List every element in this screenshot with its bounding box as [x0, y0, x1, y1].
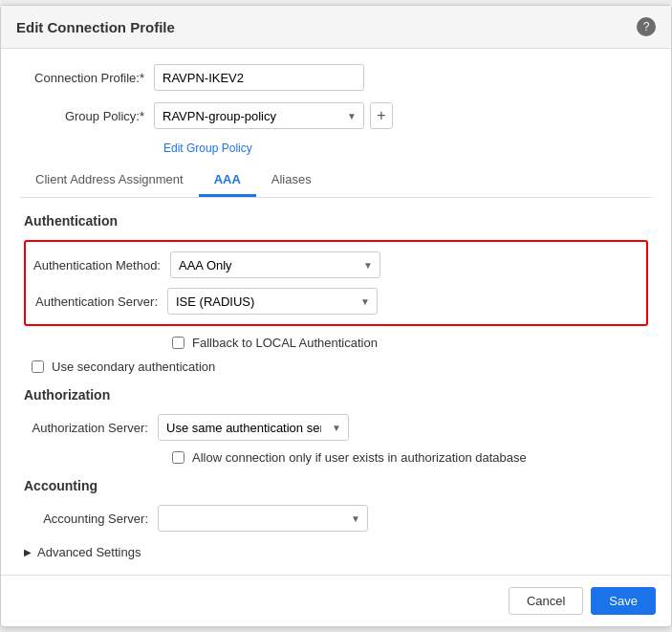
allow-connection-checkbox[interactable] — [172, 451, 184, 464]
dialog-body: Connection Profile:* Group Policy:* RAVP… — [1, 49, 671, 575]
authorization-section-title: Authorization — [24, 387, 648, 403]
dialog-footer: Cancel Save — [1, 575, 671, 626]
accounting-server-label: Accounting Server: — [24, 512, 158, 526]
accounting-server-select-wrapper: ▼ — [158, 505, 368, 532]
advanced-settings-row[interactable]: ▶ Advanced Settings — [24, 545, 648, 559]
authz-server-row: Authorization Server: Use same authentic… — [24, 414, 648, 441]
fallback-label: Fallback to LOCAL Authentication — [192, 336, 378, 350]
auth-server-label: Authentication Server: — [33, 294, 167, 309]
add-group-policy-button[interactable]: + — [370, 102, 393, 129]
tab-aaa-content: Authentication Authentication Method: AA… — [20, 198, 652, 559]
tab-aaa[interactable]: AAA — [199, 164, 256, 197]
authz-server-select[interactable]: Use same authentication server — [158, 414, 349, 441]
auth-server-row: Authentication Server: ISE (RADIUS) ▼ — [33, 288, 639, 315]
secondary-auth-row: Use secondary authentication — [32, 360, 648, 374]
allow-connection-row: Allow connection only if user exists in … — [172, 450, 648, 465]
group-policy-select-wrapper: RAVPN-group-policy ▼ — [154, 102, 364, 129]
authz-server-label: Authorization Server: — [24, 421, 158, 435]
connection-profile-row: Connection Profile:* — [20, 64, 652, 91]
secondary-auth-checkbox[interactable] — [32, 360, 44, 373]
connection-profile-input[interactable] — [154, 64, 364, 91]
tab-aliases[interactable]: Aliases — [256, 164, 327, 197]
edit-group-policy-link[interactable]: Edit Group Policy — [163, 142, 252, 155]
save-button[interactable]: Save — [591, 587, 656, 615]
tabs: Client Address Assignment AAA Aliases — [20, 164, 652, 198]
dialog-header: Edit Connection Profile ? — [1, 6, 671, 49]
accounting-server-select[interactable] — [158, 505, 368, 532]
auth-method-label: Authentication Method: — [33, 258, 170, 272]
group-policy-select[interactable]: RAVPN-group-policy — [154, 102, 364, 129]
group-policy-row: Group Policy:* RAVPN-group-policy ▼ + — [20, 102, 652, 129]
accounting-section-title: Accounting — [24, 478, 648, 493]
auth-server-select-wrapper: ISE (RADIUS) ▼ — [167, 288, 378, 315]
authentication-box: Authentication Method: AAA Only ▼ Authen… — [24, 240, 648, 326]
fallback-row: Fallback to LOCAL Authentication — [172, 336, 648, 350]
allow-connection-label: Allow connection only if user exists in … — [192, 450, 527, 465]
advanced-settings-label: Advanced Settings — [37, 545, 141, 559]
fallback-checkbox[interactable] — [172, 337, 184, 349]
accounting-server-row: Accounting Server: ▼ — [24, 505, 648, 532]
cancel-button[interactable]: Cancel — [509, 587, 583, 615]
secondary-auth-label: Use secondary authentication — [52, 360, 215, 374]
authz-server-select-wrapper: Use same authentication server ▼ — [158, 414, 349, 441]
group-policy-label: Group Policy:* — [20, 109, 154, 123]
help-icon[interactable]: ? — [637, 17, 656, 36]
dialog-title: Edit Connection Profile — [16, 19, 175, 35]
auth-method-row: Authentication Method: AAA Only ▼ — [33, 251, 639, 278]
tab-client-address[interactable]: Client Address Assignment — [20, 164, 199, 197]
auth-server-select[interactable]: ISE (RADIUS) — [167, 288, 378, 315]
edit-connection-profile-dialog: Edit Connection Profile ? Connection Pro… — [0, 5, 672, 627]
auth-method-select[interactable]: AAA Only — [170, 251, 380, 278]
edit-group-policy-row: Edit Group Policy — [20, 141, 652, 155]
connection-profile-label: Connection Profile:* — [20, 71, 154, 85]
authentication-section-title: Authentication — [24, 213, 648, 229]
triangle-icon: ▶ — [24, 547, 32, 557]
auth-method-select-wrapper: AAA Only ▼ — [170, 251, 380, 278]
